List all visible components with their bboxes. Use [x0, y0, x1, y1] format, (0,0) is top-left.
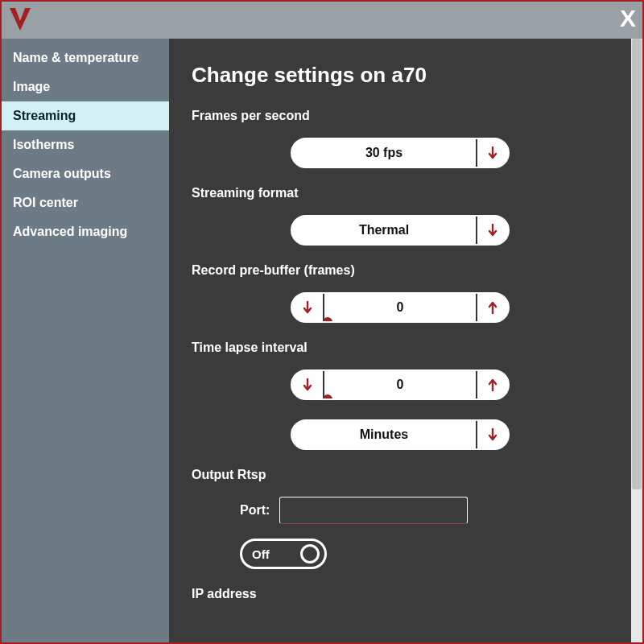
close-button[interactable]: X — [620, 5, 636, 32]
arrow-down-icon — [303, 378, 312, 392]
section-ip: IP address — [192, 587, 609, 601]
sidebar-item-camera-outputs[interactable]: Camera outputs — [2, 159, 169, 188]
section-format: Streaming format Thermal — [192, 186, 609, 246]
slider-handle[interactable] — [323, 317, 332, 323]
scrollbar-thumb[interactable] — [632, 39, 642, 489]
arrow-up-icon — [488, 300, 497, 315]
format-dropdown[interactable]: Thermal — [291, 215, 510, 246]
rtsp-label: Output Rtsp — [192, 468, 609, 482]
prebuffer-decrement[interactable] — [292, 294, 324, 321]
toggle-knob-icon — [300, 544, 320, 564]
format-dropdown-button[interactable] — [476, 217, 508, 244]
fps-dropdown-button[interactable] — [476, 139, 508, 167]
rtsp-port-row: Port: — [240, 497, 609, 524]
format-value: Thermal — [292, 217, 476, 244]
prebuffer-value: 0 — [324, 294, 476, 321]
sidebar: Name & temperature Image Streaming Isoth… — [2, 39, 169, 642]
timelapse-decrement[interactable] — [292, 371, 324, 398]
prebuffer-increment[interactable] — [476, 294, 508, 321]
fps-value: 30 fps — [292, 139, 476, 167]
format-label: Streaming format — [192, 186, 609, 200]
section-fps: Frames per second 30 fps — [192, 109, 609, 168]
prebuffer-label: Record pre-buffer (frames) — [192, 263, 609, 278]
app-window: X Name & temperature Image Streaming Iso… — [0, 0, 644, 644]
rtsp-port-label: Port: — [240, 503, 270, 518]
fps-label: Frames per second — [192, 109, 609, 123]
timelapse-label: Time lapse interval — [192, 341, 609, 355]
sidebar-item-isotherms[interactable]: Isotherms — [2, 130, 169, 159]
slider-handle[interactable] — [323, 394, 332, 400]
main-panel: Change settings on a70 Frames per second… — [169, 39, 631, 642]
sidebar-item-image[interactable]: Image — [2, 72, 169, 101]
prebuffer-stepper[interactable]: 0 — [291, 292, 510, 323]
timelapse-stepper[interactable]: 0 — [291, 369, 510, 400]
rtsp-port-input[interactable] — [279, 497, 468, 524]
section-rtsp: Output Rtsp Port: Off — [192, 468, 609, 569]
timelapse-value: 0 — [324, 371, 476, 398]
arrow-up-icon — [488, 378, 497, 392]
timelapse-unit-value: Minutes — [292, 421, 476, 448]
app-logo — [2, 2, 39, 39]
timelapse-unit-dropdown[interactable]: Minutes — [291, 419, 510, 450]
chevron-down-icon — [488, 427, 497, 442]
app-body: Name & temperature Image Streaming Isoth… — [2, 39, 642, 642]
sidebar-item-name-temperature[interactable]: Name & temperature — [2, 43, 169, 72]
ip-label: IP address — [192, 587, 609, 601]
chevron-down-icon — [488, 146, 497, 160]
sidebar-item-advanced-imaging[interactable]: Advanced imaging — [2, 217, 169, 246]
timelapse-unit-button[interactable] — [476, 421, 508, 448]
fps-dropdown[interactable]: 30 fps — [291, 138, 510, 168]
sidebar-item-roi-center[interactable]: ROI center — [2, 188, 169, 217]
section-timelapse: Time lapse interval 0 — [192, 341, 609, 450]
section-prebuffer: Record pre-buffer (frames) 0 — [192, 263, 609, 323]
page-title: Change settings on a70 — [192, 63, 609, 88]
rtsp-toggle[interactable]: Off — [240, 539, 327, 569]
sidebar-item-streaming[interactable]: Streaming — [2, 101, 169, 130]
main-wrap: Change settings on a70 Frames per second… — [169, 39, 642, 642]
timelapse-increment[interactable] — [476, 371, 508, 398]
scrollbar[interactable] — [631, 39, 642, 642]
titlebar: X — [2, 2, 642, 39]
rtsp-toggle-label: Off — [252, 547, 270, 561]
arrow-down-icon — [303, 300, 312, 315]
chevron-down-icon — [488, 223, 497, 237]
